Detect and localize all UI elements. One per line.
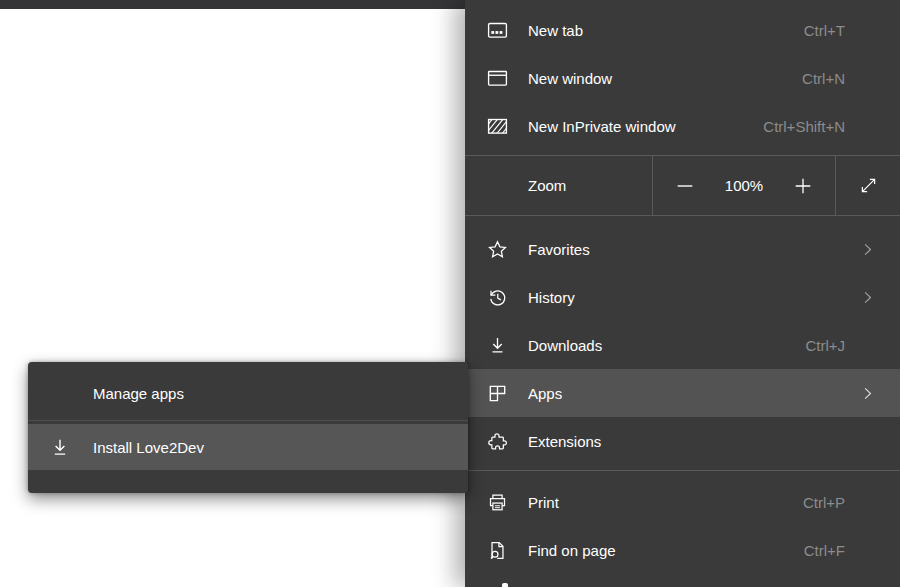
menu-section-page: Print Ctrl+P Find on page Ctrl+F xyxy=(465,478,900,574)
menu-item-print[interactable]: Print Ctrl+P xyxy=(465,478,900,526)
zoom-in-button[interactable] xyxy=(791,174,815,198)
download-icon xyxy=(485,333,509,357)
menu-item-label: New tab xyxy=(528,22,583,39)
menu-section-new: New tab Ctrl+T New window Ctrl+N xyxy=(465,0,900,150)
inprivate-window-icon xyxy=(485,114,509,138)
zoom-label-cell: Zoom xyxy=(465,156,652,215)
menu-item-extensions[interactable]: Extensions xyxy=(465,417,900,465)
zoom-level: 100% xyxy=(725,177,763,194)
minus-icon xyxy=(674,175,696,197)
fullscreen-expand-icon xyxy=(858,175,879,196)
menu-item-label: Favorites xyxy=(528,241,590,258)
fullscreen-button[interactable] xyxy=(836,156,900,215)
menu-item-label: New InPrivate window xyxy=(528,118,676,135)
zoom-label: Zoom xyxy=(528,177,566,194)
menu-item-label: Extensions xyxy=(528,433,601,450)
menu-item-new-inprivate-window[interactable]: New InPrivate window Ctrl+Shift+N xyxy=(465,102,900,150)
menu-item-apps[interactable]: Apps xyxy=(465,369,900,417)
menu-item-favorites[interactable]: Favorites xyxy=(465,225,900,273)
menu-item-history[interactable]: History xyxy=(465,273,900,321)
separator xyxy=(28,420,468,421)
menu-item-label: Downloads xyxy=(528,337,602,354)
download-icon xyxy=(48,435,72,459)
menu-item-downloads[interactable]: Downloads Ctrl+J xyxy=(465,321,900,369)
browser-toolbar-edge xyxy=(0,0,466,9)
zoom-row: Zoom 100% xyxy=(465,156,900,215)
printer-icon xyxy=(485,490,509,514)
menu-item-label: Manage apps xyxy=(93,385,184,402)
plus-icon xyxy=(792,175,814,197)
history-icon xyxy=(485,285,509,309)
menu-item-label: Find on page xyxy=(528,542,616,559)
shortcut-label: Ctrl+T xyxy=(804,22,845,39)
menu-item-label: Apps xyxy=(528,385,562,402)
menu-item-label: History xyxy=(528,289,575,306)
menu-item-new-window[interactable]: New window Ctrl+N xyxy=(465,54,900,102)
apps-submenu: Manage apps Install Love2Dev xyxy=(28,362,468,493)
zoom-controls: 100% xyxy=(653,156,835,215)
menu-item-new-tab[interactable]: New tab Ctrl+T xyxy=(465,6,900,54)
shortcut-label: Ctrl+Shift+N xyxy=(763,118,845,135)
settings-menu: New tab Ctrl+T New window Ctrl+N xyxy=(465,0,900,587)
chevron-right-icon xyxy=(857,239,877,259)
next-menu-item-icon-partial xyxy=(502,583,508,587)
separator xyxy=(465,470,900,471)
chevron-right-icon xyxy=(857,383,877,403)
shortcut-label: Ctrl+J xyxy=(805,337,845,354)
shortcut-label: Ctrl+F xyxy=(804,542,845,559)
menu-section-library: Favorites History xyxy=(465,225,900,465)
puzzle-icon xyxy=(485,429,509,453)
menu-item-manage-apps[interactable]: Manage apps xyxy=(28,368,468,418)
shortcut-label: Ctrl+P xyxy=(803,494,845,511)
menu-item-find-on-page[interactable]: Find on page Ctrl+F xyxy=(465,526,900,574)
apps-grid-icon xyxy=(485,381,509,405)
chevron-right-icon xyxy=(857,287,877,307)
menu-item-label: Install Love2Dev xyxy=(93,439,204,456)
menu-item-install-love2dev[interactable]: Install Love2Dev xyxy=(28,424,468,470)
shortcut-label: Ctrl+N xyxy=(802,70,845,87)
menu-item-label: New window xyxy=(528,70,612,87)
find-on-page-icon xyxy=(485,538,509,562)
separator xyxy=(465,215,900,216)
new-window-icon xyxy=(485,66,509,90)
screen: New tab Ctrl+T New window Ctrl+N xyxy=(0,0,900,587)
star-icon xyxy=(485,237,509,261)
new-tab-icon xyxy=(485,18,509,42)
menu-item-label: Print xyxy=(528,494,559,511)
zoom-out-button[interactable] xyxy=(673,174,697,198)
